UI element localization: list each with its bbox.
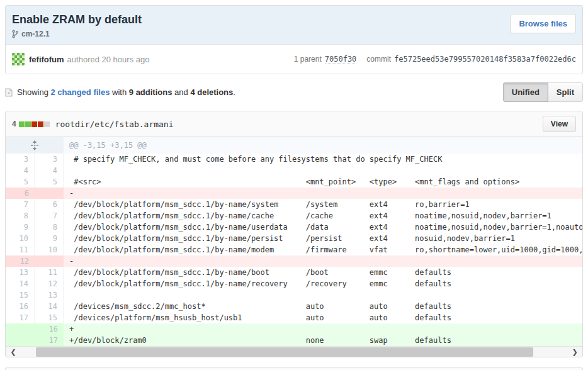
unified-toggle-button[interactable]: Unified — [503, 82, 548, 102]
line-number-old[interactable]: 14 — [6, 278, 35, 289]
line-number-new[interactable]: 4 — [35, 165, 64, 176]
scroll-right-arrow[interactable]: ❯ — [568, 347, 581, 357]
diff-view-toggle: Unified Split — [503, 82, 583, 102]
code-line — [64, 289, 582, 301]
line-number-old[interactable]: 10 — [6, 233, 35, 244]
line-number-old[interactable]: 6 — [6, 188, 35, 199]
commit-header: Enable ZRAM by default cm-12.1 Browse fi… — [5, 5, 583, 74]
line-number-new[interactable]: 10 — [35, 244, 64, 255]
scrollbar-thumb[interactable] — [36, 347, 533, 357]
code-line: /devices/msm_sdcc.2/mmc_host* auto auto … — [64, 301, 582, 312]
line-number-new[interactable]: 17 — [35, 335, 64, 346]
authored-time: authored 20 hours ago — [67, 55, 150, 64]
line-number-old[interactable]: 16 — [6, 301, 35, 312]
diff-row: 87 /dev/block/platform/msm_sdcc.1/by-nam… — [6, 210, 582, 221]
line-number-new[interactable]: 9 — [35, 233, 64, 244]
line-number-new[interactable]: 3 — [35, 154, 64, 165]
hunk-row: @@ -3,15 +3,15 @@ — [6, 137, 582, 154]
diff-row: 109 /dev/block/platform/msm_sdcc.1/by-na… — [6, 233, 582, 244]
line-number-new[interactable]: 16 — [35, 323, 64, 335]
line-number-new[interactable]: 6 — [35, 199, 64, 210]
author-name-link[interactable]: fefifofum — [29, 55, 64, 64]
code-line: /dev/block/platform/msm_sdcc.1/by-name/m… — [64, 244, 582, 255]
line-number-new[interactable]: 5 — [35, 176, 64, 188]
commit-label: commit — [366, 55, 391, 64]
line-number-new[interactable] — [35, 255, 64, 267]
line-number-new[interactable]: 12 — [35, 278, 64, 289]
diffstat-block-neutral — [44, 121, 50, 127]
view-file-button[interactable]: View — [543, 116, 576, 132]
diff-filename-link[interactable]: rootdir/etc/fstab.armani — [55, 120, 174, 129]
parent-sha-link[interactable]: 7050f30 — [325, 55, 357, 64]
line-number-old[interactable] — [6, 323, 35, 335]
code-line: + — [64, 323, 582, 335]
line-number-old[interactable]: 5 — [6, 176, 35, 188]
line-number-old[interactable] — [6, 335, 35, 346]
with-label: with — [112, 87, 127, 97]
line-number-new[interactable]: 15 — [35, 312, 64, 323]
diff-row: 44 — [6, 165, 582, 176]
diff-row: 76 /dev/block/platform/msm_sdcc.1/by-nam… — [6, 199, 582, 210]
author-avatar[interactable] — [12, 53, 25, 65]
diffstat-blocks — [18, 120, 50, 129]
browse-files-button[interactable]: Browse files — [510, 14, 576, 33]
split-toggle-button[interactable]: Split — [548, 82, 583, 102]
diff-row: 17+/dev/block/zram0 none swap defaults — [6, 335, 582, 346]
line-number-old[interactable]: 12 — [6, 255, 35, 267]
line-number-old[interactable]: 8 — [6, 210, 35, 221]
diffstat-count: 4 — [12, 120, 16, 128]
code-line: /dev/block/platform/msm_sdcc.1/by-name/b… — [64, 267, 582, 278]
period: . — [233, 87, 235, 97]
diff-stats-bar: Showing 2 changed files with 9 additions… — [5, 82, 583, 102]
commit-sha: fe5725eed53e799557020148f3583a7f0022ed6c — [394, 55, 576, 64]
diff-table: @@ -3,15 +3,15 @@33 # specify MF_CHECK, … — [6, 137, 582, 346]
line-number-new[interactable]: 8 — [35, 221, 64, 233]
diff-row: 33 # specify MF_CHECK, and must come bef… — [6, 154, 582, 165]
line-number-old[interactable]: 9 — [6, 221, 35, 233]
diff-file-panel: 4 rootdir/etc/fstab.armani View @@ -3,15… — [5, 111, 583, 357]
code-line: - — [64, 255, 582, 267]
code-line: /dev/block/platform/msm_sdcc.1/by-name/c… — [64, 210, 582, 221]
code-line: # specify MF_CHECK, and must come before… — [64, 154, 582, 165]
diff-row: 1614 /devices/msm_sdcc.2/mmc_host* auto … — [6, 301, 582, 312]
next-file-panel-header — [5, 367, 583, 370]
line-number-old[interactable]: 4 — [6, 165, 35, 176]
line-number-new[interactable]: 7 — [35, 210, 64, 221]
line-number-old[interactable]: 7 — [6, 199, 35, 210]
code-line: /dev/block/platform/msm_sdcc.1/by-name/p… — [64, 233, 582, 244]
line-number-new[interactable]: 14 — [35, 301, 64, 312]
horizontal-scrollbar[interactable]: ❮ ❯ — [6, 346, 582, 357]
and-label: and — [174, 87, 188, 97]
commit-header-top: Enable ZRAM by default cm-12.1 Browse fi… — [6, 6, 582, 44]
diff-row: 16+ — [6, 323, 582, 335]
line-number-old[interactable]: 15 — [6, 289, 35, 301]
changed-files-link[interactable]: 2 changed files — [51, 87, 110, 97]
diffstat-block-added — [19, 121, 25, 127]
line-number-new[interactable] — [35, 188, 64, 199]
diffstat-block-deleted — [38, 121, 43, 127]
diff-row: 6- — [6, 188, 582, 199]
diff-row: 1715 /devices/platform/msm_hsusb_host/us… — [6, 312, 582, 323]
line-number-new[interactable]: 11 — [35, 267, 64, 278]
diff-row: 1110 /dev/block/platform/msm_sdcc.1/by-n… — [6, 244, 582, 255]
code-line: /dev/block/platform/msm_sdcc.1/by-name/u… — [64, 221, 582, 233]
line-number-old[interactable]: 17 — [6, 312, 35, 323]
scroll-left-arrow[interactable]: ❮ — [7, 347, 20, 357]
diff-row: 1412 /dev/block/platform/msm_sdcc.1/by-n… — [6, 278, 582, 289]
additions-count: 9 additions — [129, 87, 172, 97]
code-line: - — [64, 188, 582, 199]
code-line: +/dev/block/zram0 none swap defaults — [64, 335, 582, 346]
line-number-new[interactable]: 13 — [35, 289, 64, 301]
commit-meta-bar: fefifofum authored 20 hours ago 1 parent… — [6, 44, 582, 74]
line-number-old[interactable]: 11 — [6, 244, 35, 255]
code-line: #<src> <mnt_point> <type> <mnt_flags and… — [64, 176, 582, 188]
code-line — [64, 165, 582, 176]
diff-row: 1311 /dev/block/platform/msm_sdcc.1/by-n… — [6, 267, 582, 278]
line-number-old[interactable]: 13 — [6, 267, 35, 278]
diffstat: 4 — [12, 120, 50, 129]
line-number-old[interactable]: 3 — [6, 154, 35, 165]
unfold-icon[interactable] — [6, 137, 64, 154]
diff-row: 55 #<src> <mnt_point> <type> <mnt_flags … — [6, 176, 582, 188]
diffstat-block-deleted — [31, 121, 37, 127]
diff-row: 12- — [6, 255, 582, 267]
